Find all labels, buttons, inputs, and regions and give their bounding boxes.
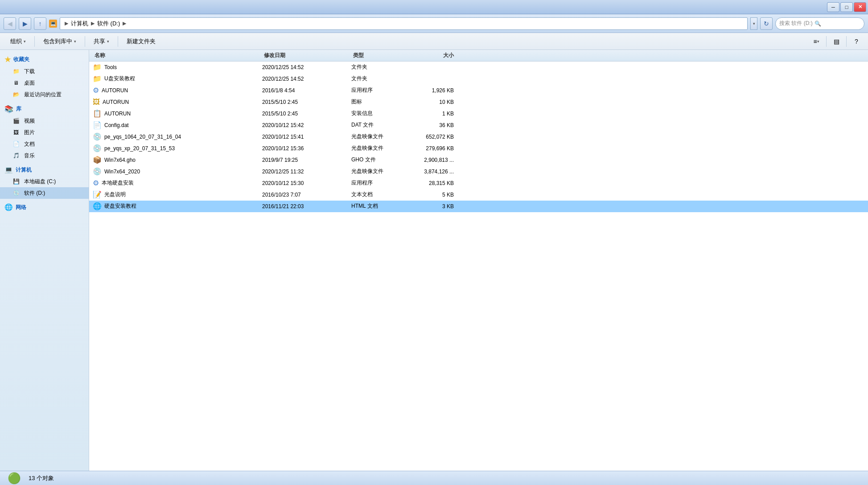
statusbar-count: 13 个对象 (29, 474, 54, 482)
file-size-cell: 28,315 KB (409, 180, 463, 186)
network-header[interactable]: 🌐 网络 (0, 201, 89, 213)
file-name-text: U盘安装教程 (104, 75, 135, 82)
table-row[interactable]: 💿 pe_yqs_xp_20_07_31_15_53 2020/10/12 15… (89, 143, 868, 154)
path-part2[interactable]: 软件 (D:) (97, 20, 120, 28)
back-button[interactable]: ◀ (4, 17, 16, 30)
col-header-name[interactable]: 名称 (93, 52, 262, 59)
sidebar-item-images[interactable]: 🖼 图片 (0, 127, 89, 138)
table-row[interactable]: 💿 pe_yqs_1064_20_07_31_16_04 2020/10/12 … (89, 131, 868, 143)
table-row[interactable]: 📋 AUTORUN 2015/5/10 2:45 安装信息 1 KB (89, 108, 868, 119)
new-folder-label: 新建文件夹 (127, 37, 156, 45)
titlebar: ─ □ ✕ (0, 0, 868, 14)
table-row[interactable]: 🖼 AUTORUN 2015/5/10 2:45 图标 10 KB (89, 96, 868, 108)
file-name-cell: 📁 Tools (93, 63, 262, 71)
table-row[interactable]: ⚙ 本地硬盘安装 2020/10/12 15:30 应用程序 28,315 KB (89, 177, 868, 189)
sidebar-item-music[interactable]: 🎵 音乐 (0, 150, 89, 161)
library-header[interactable]: 📚 库 (0, 103, 89, 115)
drive-c-label: 本地磁盘 (C:) (24, 178, 56, 185)
share-dropdown-icon: ▾ (107, 39, 109, 44)
include-dropdown-icon: ▾ (74, 39, 76, 44)
view-dropdown-icon: ▾ (817, 39, 819, 44)
file-icon: 📁 (93, 63, 102, 71)
table-row[interactable]: 📝 光盘说明 2016/10/23 7:07 文本文档 5 KB (89, 189, 868, 201)
table-row[interactable]: 🌐 硬盘安装教程 2016/11/21 22:03 HTML 文档 3 KB (89, 201, 868, 212)
favorites-header[interactable]: ★ 收藏夹 (0, 53, 89, 66)
share-button[interactable]: 共享 ▾ (89, 35, 114, 48)
computer-section: 💻 计算机 💾 本地磁盘 (C:) 💿 软件 (D:) (0, 164, 89, 199)
file-size-cell: 10 KB (409, 99, 463, 105)
file-type-cell: 应用程序 (351, 86, 409, 94)
table-row[interactable]: 📄 Config.dat 2020/10/12 15:42 DAT 文件 36 … (89, 119, 868, 131)
help-button[interactable]: ? (850, 35, 863, 48)
computer-header[interactable]: 💻 计算机 (0, 164, 89, 176)
sidebar-item-video[interactable]: 🎬 视频 (0, 115, 89, 127)
computer-label: 计算机 (16, 166, 32, 174)
downloads-icon: 📁 (12, 67, 21, 76)
close-button[interactable]: ✕ (854, 2, 866, 12)
app-icon: 🟢 (8, 472, 21, 485)
view-button[interactable]: ≡ ▾ (810, 35, 823, 48)
file-date-cell: 2020/10/12 15:30 (262, 180, 351, 186)
music-icon: 🎵 (12, 151, 21, 160)
file-size-cell: 36 KB (409, 122, 463, 128)
table-row[interactable]: 📁 U盘安装教程 2020/12/25 14:52 文件夹 (89, 73, 868, 85)
dropdown-arrow-icon: ▾ (753, 21, 755, 26)
address-dropdown[interactable]: ▾ (750, 17, 757, 30)
sidebar-item-desktop[interactable]: 🖥 桌面 (0, 77, 89, 89)
table-row[interactable]: ⚙ AUTORUN 2016/1/8 4:54 应用程序 1,926 KB (89, 85, 868, 96)
file-size-cell: 2,900,813 ... (409, 157, 463, 163)
desktop-label: 桌面 (24, 79, 35, 87)
network-icon: 🌐 (4, 203, 13, 211)
file-date-cell: 2020/12/25 14:52 (262, 64, 351, 70)
col-header-size[interactable]: 大小 (409, 52, 463, 59)
sidebar-item-drive-c[interactable]: 💾 本地磁盘 (C:) (0, 176, 89, 187)
forward-button[interactable]: ▶ (19, 17, 31, 30)
recent-label: 最近访问的位置 (24, 91, 62, 99)
minimize-button[interactable]: ─ (827, 2, 839, 12)
search-box[interactable]: 搜索 软件 (D:) 🔍 (775, 17, 864, 30)
address-path[interactable]: ▶ 计算机 ▶ 软件 (D:) ▶ (60, 17, 748, 30)
network-label: 网络 (16, 204, 26, 211)
docs-icon: 📄 (12, 140, 21, 148)
toolbar-sep2 (85, 36, 85, 47)
file-name-cell: ⚙ 本地硬盘安装 (93, 179, 262, 187)
file-type-cell: 光盘映像文件 (351, 144, 409, 152)
sidebar-item-docs[interactable]: 📄 文档 (0, 138, 89, 150)
file-name-cell: 💿 pe_yqs_xp_20_07_31_15_53 (93, 144, 262, 152)
path-part1[interactable]: 计算机 (71, 20, 88, 28)
table-row[interactable]: 💿 Win7x64_2020 2020/12/25 11:32 光盘映像文件 3… (89, 166, 868, 177)
col-header-date[interactable]: 修改日期 (262, 52, 351, 59)
refresh-button[interactable]: ↻ (760, 17, 773, 30)
statusbar-app-icon: 🟢 (7, 471, 21, 485)
maximize-button[interactable]: □ (840, 2, 853, 12)
table-row[interactable]: 📁 Tools 2020/12/25 14:52 文件夹 (89, 62, 868, 73)
file-date-cell: 2020/12/25 14:52 (262, 76, 351, 82)
organize-button[interactable]: 组织 ▾ (5, 35, 31, 48)
file-type-cell: 光盘映像文件 (351, 133, 409, 140)
preview-pane-button[interactable]: ▤ (830, 35, 843, 48)
file-date-cell: 2019/9/7 19:25 (262, 157, 351, 163)
file-size-cell: 5 KB (409, 192, 463, 198)
table-row[interactable]: 📦 Win7x64.gho 2019/9/7 19:25 GHO 文件 2,90… (89, 154, 868, 166)
file-name-cell: 💿 Win7x64_2020 (93, 167, 262, 176)
file-name-text: 光盘说明 (104, 191, 126, 198)
file-name-cell: 🖼 AUTORUN (93, 98, 262, 106)
include-library-button[interactable]: 包含到库中 ▾ (38, 35, 81, 48)
file-date-cell: 2016/1/8 4:54 (262, 87, 351, 94)
file-icon: 💿 (93, 132, 102, 141)
new-folder-button[interactable]: 新建文件夹 (122, 35, 160, 48)
sidebar-item-drive-d[interactable]: 💿 软件 (D:) (0, 187, 89, 199)
file-type-cell: HTML 文档 (351, 202, 409, 210)
music-label: 音乐 (24, 152, 35, 160)
file-name-cell: 📄 Config.dat (93, 121, 262, 129)
up-button[interactable]: ↑ (34, 17, 46, 30)
organize-dropdown-icon: ▾ (24, 39, 26, 44)
file-size-cell: 1,926 KB (409, 87, 463, 94)
col-header-type[interactable]: 类型 (351, 52, 409, 59)
library-label: 库 (16, 105, 21, 113)
file-type-cell: DAT 文件 (351, 121, 409, 129)
file-icon: 💿 (93, 167, 102, 176)
sidebar-item-downloads[interactable]: 📁 下载 (0, 66, 89, 77)
file-name-text: AUTORUN (102, 87, 128, 94)
sidebar-item-recent[interactable]: 📂 最近访问的位置 (0, 89, 89, 100)
